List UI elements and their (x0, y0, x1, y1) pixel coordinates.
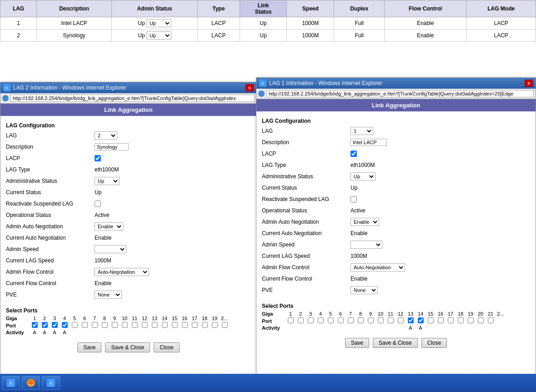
p13: 13 (406, 311, 416, 317)
operational-status-value-lag1: Active (351, 207, 366, 214)
pc6[interactable] (336, 317, 346, 324)
lag-select-lag1[interactable]: 12 (351, 127, 373, 135)
lacp-checkbox-lag2[interactable] (95, 155, 101, 161)
pc14[interactable] (416, 317, 426, 324)
label-description: Description (6, 144, 95, 150)
description-input-lag2[interactable] (95, 143, 129, 151)
p15: 15 (426, 311, 436, 317)
pve-select-lag2[interactable]: None (95, 291, 122, 299)
reactivate-checkbox-lag1[interactable] (351, 196, 357, 202)
save-close-button-lag1[interactable]: Save & Close (373, 338, 418, 348)
admin-flow-control-select-lag2[interactable]: Auto-NegotiationEnableDisable (95, 268, 149, 276)
pc4[interactable] (316, 317, 326, 324)
admin-speed-select-lag1[interactable]: 1000M100M10M (351, 241, 382, 249)
pc20[interactable] (476, 317, 486, 324)
pc3[interactable] (306, 317, 316, 324)
pc2[interactable] (296, 317, 306, 324)
port-checkbox-7[interactable] (90, 322, 100, 329)
pve-select-lag1[interactable]: None (351, 286, 378, 294)
close-button-lag2[interactable]: ✕ (245, 84, 254, 91)
pc5[interactable] (326, 317, 336, 324)
col-flow-control: Flow Control (385, 0, 466, 17)
label-admin-speed-1: Admin Speed (262, 241, 351, 248)
p8: 8 (356, 311, 366, 317)
port-num: 9 (110, 316, 120, 321)
save-button-lag1[interactable]: Save (345, 338, 369, 348)
port-checkbox-19[interactable] (210, 322, 220, 329)
port-checkbox-4[interactable] (60, 322, 70, 329)
admin-status-form-lag1[interactable]: UpDown (351, 172, 376, 181)
col-description: Description (37, 0, 112, 17)
port-checkbox-2[interactable] (40, 322, 50, 329)
pc10[interactable] (376, 317, 386, 324)
cell-flow-control: Enable (385, 17, 466, 30)
pc13[interactable] (406, 317, 416, 324)
row-reactivate-1: Reactivate Suspended LAG (262, 194, 530, 204)
port-checkbox-10[interactable] (120, 322, 130, 329)
port-checkbox-14[interactable] (160, 322, 170, 329)
admin-status-form-lag2[interactable]: UpDown (95, 177, 120, 185)
cell-link-status: Up (240, 17, 287, 30)
description-input-lag1[interactable] (351, 139, 387, 146)
pc8[interactable] (356, 317, 366, 324)
save-button-lag2[interactable]: Save (77, 342, 101, 352)
port-checkbox-12[interactable] (140, 322, 150, 329)
port-label: Port (6, 323, 30, 328)
admin-auto-neg-select-lag1[interactable]: EnableDisable (351, 218, 379, 226)
firefox-taskbar-icon: 🦊 (27, 379, 35, 387)
save-close-button-lag2[interactable]: Save & Close (105, 342, 150, 352)
section-title-lag2: LAG Configuration (6, 122, 251, 129)
port-checkbox-3[interactable] (50, 322, 60, 329)
lag-select-lag2[interactable]: 21 (95, 131, 117, 140)
port-checkbox-5[interactable] (70, 322, 80, 329)
admin-speed-select-lag2[interactable]: 1000M100M10M (95, 245, 126, 253)
p2: 2 (296, 311, 306, 317)
giga-row-lag1: Giga 1 2 3 4 5 6 7 8 9 10 11 12 13 (262, 311, 530, 317)
reactivate-checkbox-lag2[interactable] (95, 201, 101, 207)
globe-icon (2, 95, 9, 101)
port-checkbox-16[interactable] (180, 322, 190, 329)
lacp-checkbox-lag1[interactable] (351, 151, 357, 157)
pc21[interactable] (486, 317, 496, 324)
port-checkbox-6[interactable] (80, 322, 90, 329)
port-checkbox-9[interactable] (110, 322, 120, 329)
port-checkbox-18[interactable] (200, 322, 210, 329)
taskbar-ie2[interactable]: e (42, 376, 60, 387)
admin-status-select-1[interactable]: UpDown (146, 19, 171, 27)
port-num: 10 (120, 316, 130, 321)
admin-status-select-2[interactable]: UpDown (146, 31, 171, 40)
label-admin-flow-control: Admin Flow Control (6, 269, 95, 275)
port-checkbox-13[interactable] (150, 322, 160, 329)
pc11[interactable] (386, 317, 396, 324)
close-button-lag1[interactable]: Close (421, 338, 447, 348)
operational-status-value-lag2: Active (95, 212, 110, 218)
row-lag-type: LAG Type eth1000M (6, 165, 251, 175)
current-auto-neg-value-lag2: Enable (95, 235, 111, 241)
port-checkbox-8[interactable] (100, 322, 110, 329)
port-checkbox-1[interactable] (30, 322, 40, 329)
pc12[interactable] (396, 317, 406, 324)
close-window-lag1[interactable]: ✕ (525, 80, 533, 87)
pc18[interactable] (456, 317, 466, 324)
address-input-lag1[interactable] (266, 90, 534, 97)
row-operational-1: Operational Status Active (262, 206, 530, 216)
admin-auto-neg-select-lag2[interactable]: EnableDisable (95, 222, 123, 231)
pc9[interactable] (366, 317, 376, 324)
pc19[interactable] (466, 317, 476, 324)
pc1[interactable] (286, 317, 296, 324)
close-button-lag2[interactable]: Close (154, 342, 180, 352)
port-checkbox-20[interactable] (220, 322, 230, 329)
taskbar-ie1[interactable]: e (2, 376, 20, 387)
port-checkbox-15[interactable] (170, 322, 180, 329)
port-checkbox-17[interactable] (190, 322, 200, 329)
taskbar-firefox[interactable]: 🦊 (22, 376, 40, 387)
admin-flow-control-select-lag1[interactable]: Auto-NegotiationEnableDisable (351, 263, 405, 271)
pc16[interactable] (436, 317, 446, 324)
pc17[interactable] (446, 317, 456, 324)
label-current-status-1: Current Status (262, 185, 351, 191)
port-checkbox-11[interactable] (130, 322, 140, 329)
address-input-lag2[interactable] (10, 95, 255, 102)
col-speed: Speed (287, 0, 334, 17)
pc15[interactable] (426, 317, 436, 324)
pc7[interactable] (346, 317, 356, 324)
